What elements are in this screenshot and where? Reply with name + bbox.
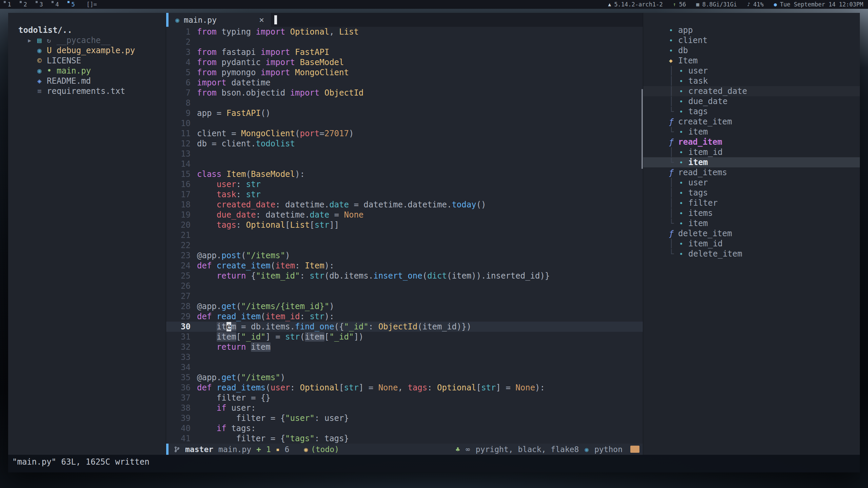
line-text: client = MongoClient(port=27017) (197, 128, 354, 139)
outline-item[interactable]: ƒread_item (643, 137, 860, 147)
outline-item[interactable]: └•delete_item (643, 249, 860, 259)
workspace-4[interactable]: 4 (49, 0, 65, 9)
code-line[interactable]: 33 (166, 352, 643, 362)
git-branch-icon (174, 446, 180, 453)
file-explorer[interactable]: todolist/.. ▸▤↻__pycache__ ◉Udebug_examp… (8, 13, 166, 455)
filetree-item[interactable]: ◉•main.py (8, 66, 166, 76)
code-line[interactable]: 32 return item (166, 342, 643, 352)
outline-item[interactable]: └•item (643, 218, 860, 228)
code-line[interactable]: 13 (166, 149, 643, 159)
workspace-1[interactable]: 1 (1, 0, 17, 9)
line-number: 35 (166, 372, 197, 383)
code-line[interactable]: 27 (166, 291, 643, 301)
code-line[interactable]: 28@app.get("/items/{item_id}") (166, 301, 643, 311)
code-line[interactable]: 38 if user: (166, 403, 643, 413)
code-line[interactable]: 39 filter = {"user": user} (166, 413, 643, 423)
code-line[interactable]: 7from bson.objectid import ObjectId (166, 88, 643, 98)
code-line[interactable]: 34 (166, 362, 643, 372)
code-line[interactable]: 26 (166, 281, 643, 291)
code-line[interactable]: 1from typing import Optional, List (166, 27, 643, 37)
filetree-item[interactable]: ◈README.md (8, 76, 166, 86)
file-explorer-root[interactable]: todolist/.. (8, 25, 166, 35)
code-line[interactable]: 2 (166, 37, 643, 47)
filetree-item[interactable]: ≡requirements.txt (8, 86, 166, 96)
code-line[interactable]: 23@app.post("/items") (166, 250, 643, 261)
outline-item[interactable]: │•created_date (643, 86, 860, 96)
code-line[interactable]: 22 (166, 240, 643, 250)
code-line[interactable]: 15class Item(BaseModel): (166, 169, 643, 179)
code-line[interactable]: 6import datetime (166, 78, 643, 88)
outline-item[interactable]: │•user (643, 178, 860, 188)
outline-item[interactable]: └•item (643, 127, 860, 137)
outline-item[interactable]: ◆Item (643, 56, 860, 66)
outline-item[interactable]: │•tags (643, 188, 860, 198)
code-line[interactable]: 19 due_date: datetime.date = None (166, 210, 643, 220)
outline-item[interactable]: │•due_date (643, 96, 860, 106)
code-line[interactable]: 36def read_items(user: Optional[str] = N… (166, 383, 643, 393)
code-line[interactable]: 11client = MongoClient(port=27017) (166, 128, 643, 139)
workspace-3[interactable]: 3 (33, 0, 49, 9)
code-line[interactable]: 17 task: str (166, 189, 643, 200)
outline-item[interactable]: │•item_id (643, 239, 860, 249)
code-line[interactable]: 18 created_date: datetime.date = datetim… (166, 200, 643, 210)
code-line[interactable]: 10 (166, 118, 643, 128)
code-line[interactable]: 35@app.get("/items") (166, 372, 643, 383)
var-icon: • (679, 249, 688, 259)
code-line[interactable]: 3from fastapi import FastAPI (166, 47, 643, 57)
filetree-item[interactable]: ▸▤↻__pycache__ (8, 35, 166, 45)
line-number: 24 (166, 261, 197, 271)
code-line[interactable]: 14 (166, 159, 643, 169)
outline-item[interactable]: │•filter (643, 198, 860, 208)
status-bar-modules: ▲ 5.14.2-arch1-2 ↑ 56 ▦ 8.8Gi/31Gi ♪ 41%… (608, 1, 868, 8)
code-area[interactable]: 1from typing import Optional, List23from… (166, 27, 643, 444)
func-icon: ƒ (669, 167, 678, 178)
field-icon: • (679, 76, 688, 86)
outline-item[interactable]: └•item (643, 157, 860, 167)
line-text: def read_item(item_id: str): (197, 311, 334, 322)
code-line[interactable]: 16 user: str (166, 179, 643, 189)
filetree-item[interactable]: ◉Udebug_example.py (8, 45, 166, 56)
code-line[interactable]: 40 if tags: (166, 423, 643, 433)
symbols-outline[interactable]: •app•client•db◆Item│•user│•task│•created… (643, 13, 860, 455)
line-number: 32 (166, 342, 197, 352)
code-line[interactable]: 8 (166, 98, 643, 108)
code-line[interactable]: 41 filter = {"tags": tags} (166, 433, 643, 444)
outline-item[interactable]: ƒcreate_item (643, 117, 860, 127)
outline-item[interactable]: ƒread_items (643, 167, 860, 178)
code-line[interactable]: 29def read_item(item_id: str): (166, 311, 643, 322)
workspace-2[interactable]: 2 (17, 0, 33, 9)
outline-item[interactable]: ƒdelete_item (643, 228, 860, 239)
volume-level: 41% (753, 1, 764, 8)
updates-count: 56 (679, 1, 686, 8)
outline-item[interactable]: •db (643, 45, 860, 56)
code-line[interactable]: 12db = client.todolist (166, 139, 643, 149)
code-line[interactable]: 24def create_item(item: Item): (166, 261, 643, 271)
outline-item[interactable]: •app (643, 25, 860, 35)
code-line[interactable]: 21 (166, 230, 643, 240)
tree-guide: │ (669, 239, 679, 249)
var-icon: • (669, 45, 678, 56)
outline-item[interactable]: │•user (643, 66, 860, 76)
outline-item[interactable]: │•items (643, 208, 860, 218)
tab-close-icon[interactable]: × (259, 15, 264, 25)
outline-item[interactable]: │•item_id (643, 147, 860, 157)
code-line[interactable]: 31 item["_id"] = str(item["_id"]) (166, 332, 643, 342)
code-line[interactable]: 4from pydantic import BaseModel (166, 57, 643, 67)
layout-symbol[interactable]: []= (86, 1, 97, 8)
filetree-item[interactable]: ©LICENSE (8, 56, 166, 66)
tree-guide: │ (669, 96, 679, 106)
code-line[interactable]: 5from pymongo import MongoClient (166, 67, 643, 78)
code-line[interactable]: 9app = FastAPI() (166, 108, 643, 118)
code-line[interactable]: 30 item = db.items.find_one({"_id": Obje… (166, 322, 643, 332)
outline-item[interactable]: │•task (643, 76, 860, 86)
scrollbar-thumb[interactable] (642, 89, 643, 169)
workspace-5[interactable]: 5 (65, 0, 81, 9)
line-number: 26 (166, 281, 197, 291)
outline-item[interactable]: └•tags (643, 106, 860, 117)
line-number: 19 (166, 210, 197, 220)
code-line[interactable]: 25 return {"item_id": str(db.items.inser… (166, 271, 643, 281)
tab-main-py[interactable]: ◉ main.py × (169, 13, 271, 27)
code-line[interactable]: 37 filter = {} (166, 393, 643, 403)
outline-item[interactable]: •client (643, 35, 860, 45)
code-line[interactable]: 20 tags: Optional[List[str]] (166, 220, 643, 230)
